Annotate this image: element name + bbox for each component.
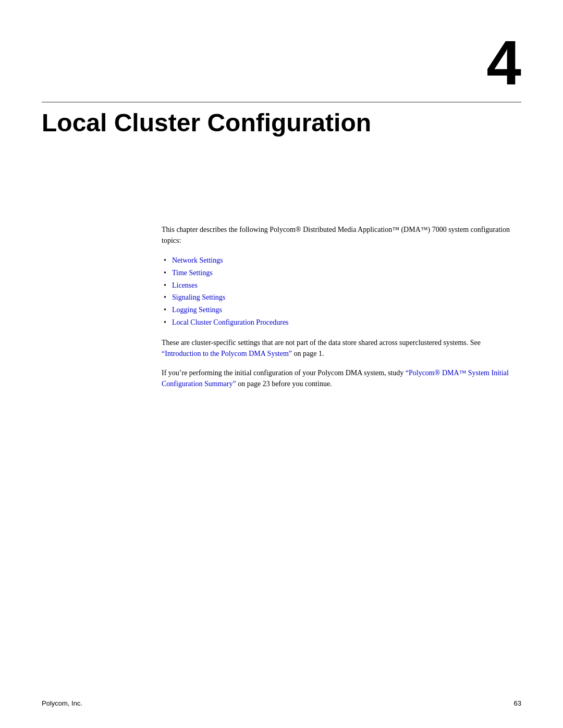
list-item: Local Cluster Configuration Procedures [162,316,521,329]
body-p1-before: These are cluster-specific settings that… [162,339,481,347]
footer: Polycom, Inc. 63 [42,699,521,707]
chapter-number: 4 [486,31,521,94]
intro-polycom-link[interactable]: “Introduction to the Polycom DMA System” [162,350,292,357]
topic-list: Network Settings Time Settings Licenses … [162,254,521,329]
footer-page-number: 63 [514,699,521,707]
chapter-title: Local Cluster Configuration [42,109,521,137]
time-settings-link[interactable]: Time Settings [172,269,213,277]
local-cluster-config-link[interactable]: Local Cluster Configuration Procedures [172,318,289,326]
list-item: Network Settings [162,254,521,267]
body-p1-after: on page 1. [292,350,324,357]
list-item: Logging Settings [162,304,521,316]
content-area: This chapter describes the following Pol… [162,224,521,398]
list-item: Licenses [162,279,521,292]
body-paragraph-1: These are cluster-specific settings that… [162,337,521,359]
chapter-rule [42,102,521,103]
body-paragraph-2: If you’re performing the initial configu… [162,367,521,389]
page: 4 Local Cluster Configuration This chapt… [0,0,563,728]
body-p2-before: If you’re performing the initial configu… [162,369,406,377]
footer-company: Polycom, Inc. [42,699,82,707]
list-item: Signaling Settings [162,291,521,304]
logging-settings-link[interactable]: Logging Settings [172,306,222,314]
network-settings-link[interactable]: Network Settings [172,256,223,264]
body-p2-after: on page 23 before you continue. [236,380,332,388]
licenses-link[interactable]: Licenses [172,281,198,289]
signaling-settings-link[interactable]: Signaling Settings [172,293,225,301]
list-item: Time Settings [162,267,521,279]
intro-paragraph: This chapter describes the following Pol… [162,224,521,246]
